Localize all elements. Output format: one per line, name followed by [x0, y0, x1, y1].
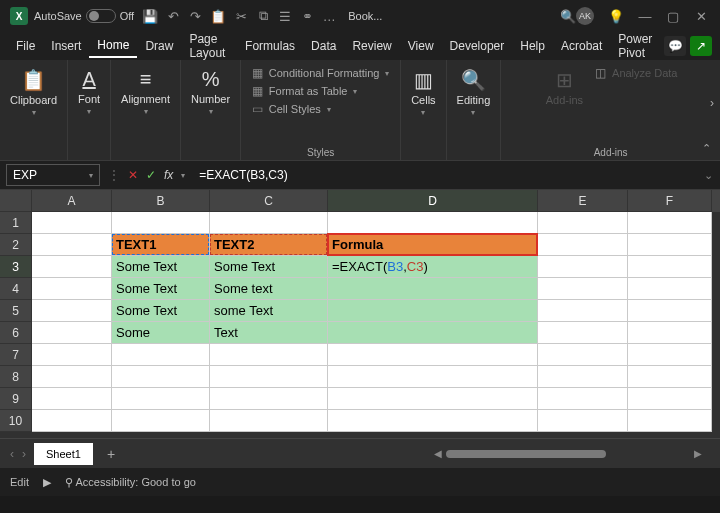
cell-f1[interactable]: [628, 212, 712, 234]
col-header-d[interactable]: D: [328, 190, 538, 212]
cell-f8[interactable]: [628, 366, 712, 388]
cell-b8[interactable]: [112, 366, 210, 388]
accessibility-status[interactable]: ⚲ Accessibility: Good to go: [65, 476, 196, 489]
name-box[interactable]: EXP ▾: [6, 164, 100, 186]
fx-button[interactable]: fx: [164, 168, 173, 182]
paste-icon[interactable]: 📋: [210, 8, 226, 24]
tab-view[interactable]: View: [400, 35, 442, 57]
cell-a3[interactable]: [32, 256, 112, 278]
chevron-down-icon[interactable]: ▾: [89, 171, 93, 180]
cell-c9[interactable]: [210, 388, 328, 410]
cell-b2[interactable]: TEXT1: [112, 234, 210, 256]
row-header-1[interactable]: 1: [0, 212, 32, 234]
tab-file[interactable]: File: [8, 35, 43, 57]
cell-f7[interactable]: [628, 344, 712, 366]
cell-d8[interactable]: [328, 366, 538, 388]
cell-d4[interactable]: [328, 278, 538, 300]
cell-c7[interactable]: [210, 344, 328, 366]
col-header-a[interactable]: A: [32, 190, 112, 212]
number-button[interactable]: % Number ▾: [189, 66, 232, 118]
tab-draw[interactable]: Draw: [137, 35, 181, 57]
redo-icon[interactable]: ↷: [188, 8, 202, 24]
font-button[interactable]: A Font ▾: [76, 66, 102, 118]
cell-c3[interactable]: Some Text: [210, 256, 328, 278]
cell-e1[interactable]: [538, 212, 628, 234]
cell-d10[interactable]: [328, 410, 538, 432]
cell-e2[interactable]: [538, 234, 628, 256]
tab-power-pivot[interactable]: Power Pivot: [610, 28, 664, 64]
row-header-10[interactable]: 10: [0, 410, 32, 432]
new-sheet-button[interactable]: +: [107, 446, 115, 462]
cell-e5[interactable]: [538, 300, 628, 322]
cell-f9[interactable]: [628, 388, 712, 410]
conditional-formatting-button[interactable]: ▦ Conditional Formatting ▾: [252, 66, 390, 80]
row-header-4[interactable]: 4: [0, 278, 32, 300]
cell-a6[interactable]: [32, 322, 112, 344]
cell-f3[interactable]: [628, 256, 712, 278]
cell-e9[interactable]: [538, 388, 628, 410]
formula-bar-input[interactable]: =EXACT(B3,C3): [193, 164, 696, 186]
sheet-nav-prev[interactable]: ‹: [10, 447, 14, 461]
copy-icon[interactable]: ⧉: [256, 8, 270, 24]
cell-d2[interactable]: Formula: [328, 234, 538, 256]
avatar[interactable]: AK: [576, 7, 594, 25]
clipboard-button[interactable]: 📋 Clipboard ▾: [8, 66, 59, 119]
row-header-6[interactable]: 6: [0, 322, 32, 344]
col-header-f[interactable]: F: [628, 190, 712, 212]
tab-acrobat[interactable]: Acrobat: [553, 35, 610, 57]
cell-b3[interactable]: Some Text: [112, 256, 210, 278]
cell-e7[interactable]: [538, 344, 628, 366]
sheet-nav-next[interactable]: ›: [22, 447, 26, 461]
cell-a10[interactable]: [32, 410, 112, 432]
cell-c10[interactable]: [210, 410, 328, 432]
cancel-formula-button[interactable]: ✕: [128, 168, 138, 182]
cell-f5[interactable]: [628, 300, 712, 322]
cell-a8[interactable]: [32, 366, 112, 388]
row-header-7[interactable]: 7: [0, 344, 32, 366]
minimize-button[interactable]: —: [638, 9, 652, 24]
cell-b10[interactable]: [112, 410, 210, 432]
cell-b4[interactable]: Some Text: [112, 278, 210, 300]
cell-d6[interactable]: [328, 322, 538, 344]
cell-a1[interactable]: [32, 212, 112, 234]
cell-a7[interactable]: [32, 344, 112, 366]
format-as-table-button[interactable]: ▦ Format as Table ▾: [252, 84, 390, 98]
cells-button[interactable]: ▥ Cells ▾: [409, 66, 437, 119]
scrollbar-handle[interactable]: [446, 450, 606, 458]
analyze-data-button[interactable]: ◫ Analyze Data: [595, 66, 677, 80]
cell-e10[interactable]: [538, 410, 628, 432]
cell-c5[interactable]: some Text: [210, 300, 328, 322]
cell-a2[interactable]: [32, 234, 112, 256]
cell-f4[interactable]: [628, 278, 712, 300]
cell-c2[interactable]: TEXT2: [210, 234, 328, 256]
cell-d1[interactable]: [328, 212, 538, 234]
link-icon[interactable]: ⚭: [300, 8, 314, 24]
maximize-button[interactable]: ▢: [666, 9, 680, 24]
ribbon-collapse-button[interactable]: ⌃: [698, 140, 714, 156]
alignment-button[interactable]: ≡ Alignment ▾: [119, 66, 172, 118]
addins-button[interactable]: ⊞ Add-ins: [544, 66, 585, 108]
enter-formula-button[interactable]: ✓: [146, 168, 156, 182]
tab-insert[interactable]: Insert: [43, 35, 89, 57]
cell-e4[interactable]: [538, 278, 628, 300]
cell-styles-button[interactable]: ▭ Cell Styles ▾: [252, 102, 390, 116]
ribbon-overflow-button[interactable]: ›: [710, 96, 714, 110]
cell-c6[interactable]: Text: [210, 322, 328, 344]
sheet-tab-active[interactable]: Sheet1: [34, 443, 93, 465]
cell-f10[interactable]: [628, 410, 712, 432]
cell-d5[interactable]: [328, 300, 538, 322]
cell-a9[interactable]: [32, 388, 112, 410]
save-icon[interactable]: 💾: [142, 8, 158, 24]
undo-icon[interactable]: ↶: [166, 8, 180, 24]
cell-e8[interactable]: [538, 366, 628, 388]
chevron-down-icon[interactable]: ▾: [181, 171, 185, 180]
row-header-2[interactable]: 2: [0, 234, 32, 256]
editing-button[interactable]: 🔍 Editing ▾: [455, 66, 493, 119]
horizontal-scrollbar[interactable]: ◀ ▶: [430, 448, 710, 460]
document-title[interactable]: Book...: [348, 10, 382, 22]
cell-a4[interactable]: [32, 278, 112, 300]
formula-bar-expand-button[interactable]: ⌄: [696, 169, 720, 182]
cell-b6[interactable]: Some: [112, 322, 210, 344]
cut-icon[interactable]: ✂: [234, 8, 248, 24]
tab-developer[interactable]: Developer: [442, 35, 513, 57]
